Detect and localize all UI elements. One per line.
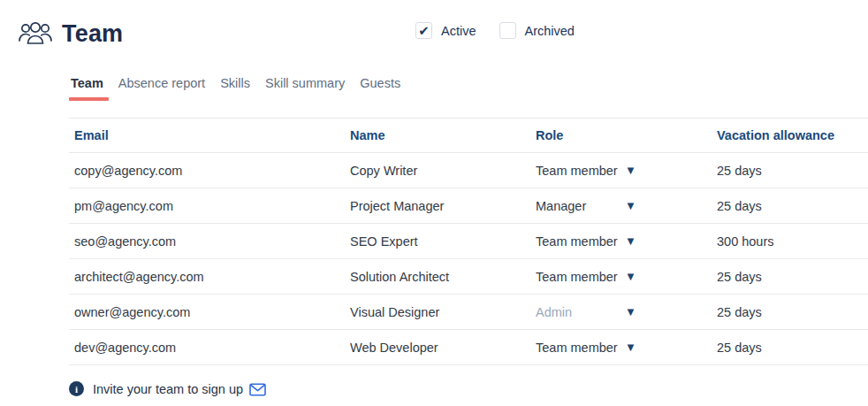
role-dropdown[interactable]: Team member ▼	[530, 164, 712, 178]
member-email: architect@agency.com	[69, 270, 345, 284]
role-dropdown[interactable]: Team member ▼	[530, 270, 712, 284]
vacation-allowance: 25 days	[712, 270, 868, 284]
chevron-down-icon[interactable]: ▼	[625, 199, 636, 212]
table-row: architect@agency.com Solution Architect …	[69, 259, 868, 295]
role-value: Team member	[536, 270, 623, 284]
vacation-allowance: 25 days	[712, 305, 868, 319]
vacation-allowance: 300 hours	[712, 234, 868, 249]
member-name: SEO Expert	[345, 234, 530, 249]
filter-label: Active	[441, 24, 476, 38]
table-header-row: Email Name Role Vacation allowance	[69, 118, 868, 153]
role-value: Manager	[536, 199, 623, 213]
member-name: Copy Writer	[345, 164, 530, 178]
page-title: Team	[62, 20, 123, 48]
role-value: Team member	[536, 234, 623, 249]
member-name: Solution Architect	[345, 270, 530, 284]
filter-checkbox[interactable]: ✔	[499, 22, 516, 39]
member-email: owner@agency.com	[69, 305, 345, 319]
status-filters: ✔ Active ✔ Archived	[415, 22, 598, 39]
table-row: copy@agency.com Copy Writer Team member …	[69, 153, 868, 188]
member-name: Project Manager	[345, 199, 530, 213]
invite-footer: i Invite your team to sign up	[69, 381, 868, 396]
table-row: seo@agency.com SEO Expert Team member ▼ …	[69, 224, 868, 259]
chevron-down-icon[interactable]: ▼	[625, 234, 636, 248]
table-row: pm@agency.com Project Manager Manager ▼ …	[69, 188, 868, 224]
member-name: Visual Designer	[345, 305, 530, 319]
member-email: copy@agency.com	[69, 164, 345, 178]
table-row: owner@agency.com Visual Designer Admin ▼…	[69, 295, 868, 330]
chevron-down-icon[interactable]: ▼	[625, 270, 636, 283]
tab[interactable]: Absence report	[118, 76, 205, 101]
page-header: Team ✔ Active ✔ Archived	[0, 0, 868, 50]
role-dropdown[interactable]: Team member ▼	[530, 341, 712, 355]
chevron-down-icon[interactable]: ▼	[625, 341, 636, 354]
checkmark-icon: ✔	[418, 24, 430, 37]
role-dropdown[interactable]: Admin ▼	[530, 305, 712, 319]
team-table: Email Name Role Vacation allowance copy@…	[69, 118, 868, 365]
status-filter[interactable]: ✔ Active	[415, 22, 476, 39]
status-filter[interactable]: ✔ Archived	[499, 22, 575, 39]
member-email: seo@agency.com	[69, 234, 345, 249]
tab[interactable]: Skills	[220, 76, 250, 101]
role-dropdown[interactable]: Manager ▼	[530, 199, 712, 213]
column-header-email: Email	[69, 128, 345, 142]
member-name: Web Developer	[345, 341, 530, 355]
role-value: Team member	[536, 341, 623, 355]
vacation-allowance: 25 days	[712, 341, 868, 355]
column-header-name: Name	[345, 128, 530, 142]
role-value: Team member	[536, 164, 623, 178]
chevron-down-icon[interactable]: ▼	[625, 305, 636, 318]
envelope-icon[interactable]	[249, 383, 266, 396]
vacation-allowance: 25 days	[712, 199, 868, 213]
tab[interactable]: Skill summary	[265, 76, 345, 101]
info-icon[interactable]: i	[69, 381, 84, 396]
table-body: copy@agency.com Copy Writer Team member …	[69, 153, 868, 365]
tab[interactable]: Team	[71, 76, 103, 101]
role-dropdown[interactable]: Team member ▼	[530, 234, 712, 249]
member-email: pm@agency.com	[69, 199, 345, 213]
role-value: Admin	[536, 305, 623, 319]
member-email: dev@agency.com	[69, 341, 345, 355]
tab-bar: Team Absence report Skills Skill summary…	[71, 76, 868, 101]
table-row: dev@agency.com Web Developer Team member…	[69, 330, 868, 365]
column-header-role: Role	[530, 128, 712, 142]
tab[interactable]: Guests	[360, 76, 400, 101]
filter-label: Archived	[525, 24, 575, 38]
vacation-allowance: 25 days	[712, 164, 868, 178]
invite-text: Invite your team to sign up	[93, 382, 243, 396]
chevron-down-icon[interactable]: ▼	[625, 164, 636, 177]
filter-checkbox[interactable]: ✔	[415, 22, 432, 39]
column-header-vacation: Vacation allowance	[712, 128, 868, 142]
team-group-icon	[18, 19, 53, 48]
